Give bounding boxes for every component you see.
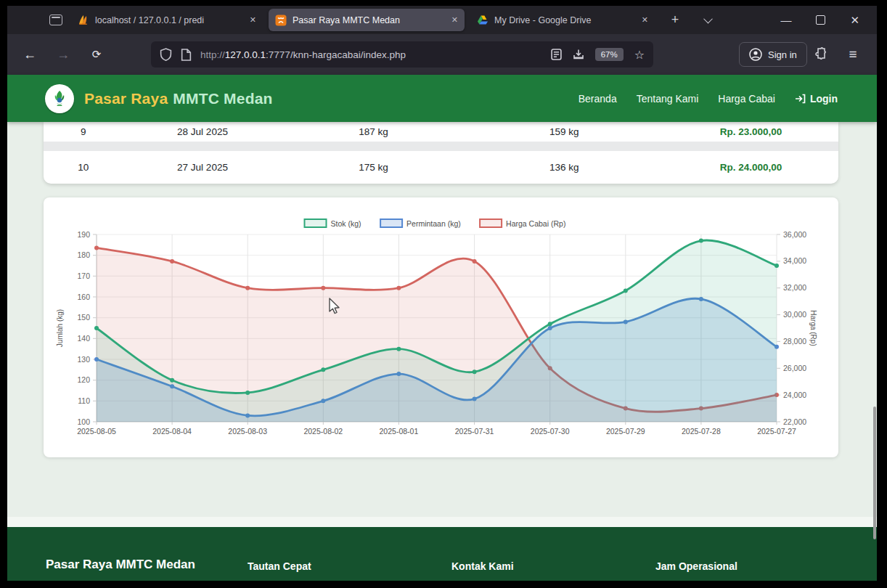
svg-text:2025-08-04: 2025-08-04 [152,427,192,436]
svg-text:Harga (Rp): Harga (Rp) [809,310,817,346]
url-scheme: http:// [200,49,225,60]
cell-permintaan: 159 kg [465,126,663,137]
url-bar[interactable]: http://127.0.0.1:7777/knn-hargacabai/ind… [151,41,653,68]
site-brand[interactable]: Pasar RayaMMTC Medan [84,90,273,107]
svg-text:140: 140 [77,334,90,343]
table-row[interactable]: 10 27 Jul 2025 175 kg 136 kg Rp. 24.000,… [44,151,838,184]
svg-text:2025-07-27: 2025-07-27 [757,427,796,436]
chart-holder: .tick{font:10.5px "Liberation Sans",sans… [44,197,838,460]
navigation-toolbar: ← → ⟳ http://127.0.0.1:7777/knn-hargacab… [7,34,877,75]
maximize-button[interactable] [816,15,825,25]
svg-text:32,000: 32,000 [783,283,806,292]
reload-button[interactable]: ⟳ [86,44,107,65]
bookmark-star-icon[interactable]: ☆ [634,48,645,62]
pre-footer-strip [7,517,877,527]
mouse-cursor [328,298,343,315]
url-text: http://127.0.0.1:7777/knn-hargacabai/ind… [200,49,406,60]
footer-section-kontak-kami: Kontak Kami [451,560,514,572]
close-tab-icon[interactable]: ✕ [451,15,458,25]
sign-in-button[interactable]: Sign in [739,42,807,67]
page-info-icon[interactable] [181,49,192,61]
leaf-logo-icon [50,89,69,108]
svg-text:2025-08-05: 2025-08-05 [77,427,116,436]
tab-bar: localhost / 127.0.0.1 / predi ✕ Pasar Ra… [7,6,877,34]
close-tab-icon[interactable]: ✕ [250,15,256,25]
chevron-down-icon [703,15,713,24]
tab-pasar-raya[interactable]: Pasar Raya MMTC Medan ✕ [269,9,465,31]
footer-section-tautan-cepat: Tautan Cepat [248,560,311,572]
sign-in-label: Sign in [768,49,797,60]
url-host: 127.0.0.1 [225,49,266,60]
svg-text:190: 190 [77,230,90,239]
svg-text:Permintaan (kg): Permintaan (kg) [406,219,461,228]
nav-link-beranda[interactable]: Beranda [579,93,617,105]
svg-text:2025-08-03: 2025-08-03 [228,427,267,436]
footer-section-jam-operasional: Jam Operasional [655,560,737,572]
tab-localhost[interactable]: localhost / 127.0.0.1 / predi ✕ [71,9,263,31]
line-chart[interactable]: .tick{font:10.5px "Liberation Sans",sans… [44,197,838,457]
cell-harga: Rp. 23.000,00 [663,126,838,137]
svg-text:2025-07-29: 2025-07-29 [606,427,645,436]
svg-text:2025-07-30: 2025-07-30 [531,427,570,436]
zoom-level-badge[interactable]: 67% [595,48,624,61]
forward-button[interactable]: → [52,44,74,65]
cell-stok: 187 kg [282,126,465,137]
minimize-button[interactable]: — [780,14,791,26]
cell-no: 9 [44,126,123,137]
cell-tanggal: 27 Jul 2025 [123,162,282,173]
extensions-icon[interactable] [813,46,827,61]
chart-card: .tick{font:10.5px "Liberation Sans",sans… [44,197,838,457]
svg-text:28,000: 28,000 [783,337,806,346]
back-button[interactable]: ← [19,44,41,65]
svg-text:180: 180 [77,250,90,259]
nav-link-login[interactable]: Login [795,93,838,105]
new-tab-button[interactable]: + [665,10,685,30]
svg-text:26,000: 26,000 [783,364,806,372]
window-controls: — ✕ [780,6,870,34]
phpmyadmin-icon [78,15,89,26]
close-tab-icon[interactable]: ✕ [642,15,648,25]
cell-no: 10 [44,162,123,173]
svg-text:Jumlah (kg): Jumlah (kg) [56,309,64,347]
url-path: :7777/knn-hargacabai/index.php [266,49,406,60]
firefox-view-icon[interactable] [46,11,65,30]
tab-google-drive[interactable]: My Drive - Google Drive ✕ [470,9,655,31]
xampp-icon [275,15,287,26]
maximize-icon [816,15,825,25]
svg-text:120: 120 [77,375,90,384]
svg-text:130: 130 [77,355,90,364]
svg-text:30,000: 30,000 [783,310,806,319]
svg-text:2025-07-31: 2025-07-31 [455,427,494,436]
site-logo[interactable] [45,84,74,113]
site-navbar: Pasar RayaMMTC Medan Beranda Tentang Kam… [7,75,877,122]
svg-text:Harga Cabai (Rp): Harga Cabai (Rp) [506,219,565,228]
table-row[interactable]: 9 28 Jul 2025 187 kg 159 kg Rp. 23.000,0… [44,122,838,142]
site-footer: Pasar Raya MMTC Medan Tautan Cepat Konta… [7,527,877,581]
desktop-background: { "browser": { "tabs": [ {"title": "loca… [0,0,887,588]
tab-title: localhost / 127.0.0.1 / predi [95,15,244,25]
brand-primary: Pasar Raya [84,90,168,107]
list-tabs-button[interactable] [698,10,717,30]
svg-text:100: 100 [77,417,90,426]
svg-text:160: 160 [77,293,90,301]
login-label: Login [810,93,838,105]
svg-text:Stok (kg): Stok (kg) [331,219,361,228]
scrollbar-thumb[interactable] [873,407,876,539]
nav-link-tentang-kami[interactable]: Tentang Kami [637,93,699,105]
nav-link-harga-cabai[interactable]: Harga Cabai [718,93,775,105]
account-avatar-icon [749,48,762,61]
svg-text:24,000: 24,000 [783,391,806,399]
tab-title: Pasar Raya MMTC Medan [293,15,446,25]
menu-icon[interactable]: ≡ [842,44,864,65]
urlbar-actions: 67% ☆ [551,48,645,62]
google-drive-icon [477,15,489,26]
shield-icon[interactable] [160,48,172,61]
brand-secondary: MMTC Medan [173,90,272,107]
close-window-button[interactable]: ✕ [850,14,859,27]
cell-harga: Rp. 24.000,00 [663,162,838,173]
svg-text:110: 110 [78,396,90,405]
download-icon[interactable] [573,49,584,60]
svg-text:150: 150 [77,313,90,322]
login-icon [795,94,806,104]
reader-view-icon[interactable] [551,49,562,60]
